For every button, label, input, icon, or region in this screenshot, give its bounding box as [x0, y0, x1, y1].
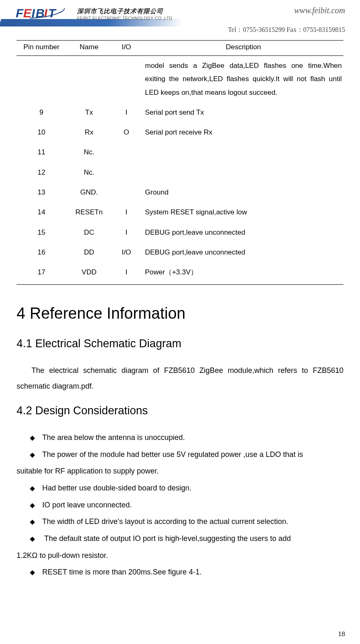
- cell-pin: 17: [17, 262, 66, 284]
- cell-io: [112, 183, 141, 202]
- cell-pin: 15: [17, 223, 66, 243]
- cell-pin: 9: [17, 103, 66, 123]
- table-header-row: Pin number Name I/O Description: [17, 41, 343, 56]
- company-url: www.feibit.com: [294, 6, 345, 15]
- cell-desc: System RESET signal,active low: [141, 202, 343, 222]
- cell-io: [112, 163, 141, 183]
- page-number: 18: [338, 630, 345, 638]
- cell-name: Nc.: [66, 142, 112, 162]
- cell-io: I: [112, 223, 141, 243]
- cell-desc: [141, 142, 343, 162]
- cell-name: GND.: [66, 183, 112, 202]
- cell-pin: 13: [17, 183, 66, 202]
- table-row: 14RESETnISystem RESET signal,active low: [17, 202, 343, 222]
- cell-desc: Serial port receive Rx: [141, 123, 343, 142]
- cell-io: O: [112, 123, 141, 142]
- cell-desc: Power（+3.3V）: [141, 262, 343, 284]
- th-io: I/O: [112, 41, 141, 56]
- cell-name: DC: [66, 223, 112, 243]
- cell-desc: DEBUG port,leave unconnected: [141, 223, 343, 243]
- th-name: Name: [66, 41, 112, 56]
- cell-pin: 10: [17, 123, 66, 142]
- table-row: model sends a ZigBee data,LED flashes on…: [17, 56, 343, 103]
- company-name-en: FEIBIT ELECTRONIC TECHNOLOGY CO.,LTD: [77, 16, 172, 21]
- cell-pin: 12: [17, 163, 66, 183]
- cell-pin: 11: [17, 142, 66, 162]
- section-4-1-heading: 4.1 Electrical Schematic Diagram: [17, 337, 343, 350]
- cell-pin: [17, 56, 66, 103]
- bullet-continuation: 1.2KΩ to pull-down resistor.: [17, 548, 343, 564]
- svg-text:F: F: [16, 6, 24, 20]
- th-pin: Pin number: [17, 41, 66, 56]
- svg-text:T: T: [48, 6, 57, 20]
- cell-name: RESETn: [66, 202, 112, 222]
- table-row: 11Nc.: [17, 142, 343, 162]
- cell-io: I: [112, 202, 141, 222]
- table-row: 10RxOSerial port receive Rx: [17, 123, 343, 142]
- cell-desc: model sends a ZigBee data,LED flashes on…: [141, 56, 343, 103]
- cell-desc: Serial port send Tx: [141, 103, 343, 123]
- section-4-2-heading: 4.2 Design Considerations: [17, 404, 343, 417]
- bullet-item: The default state of output IO port is h…: [17, 531, 343, 547]
- bullet-item: IO port leave unconnected.: [17, 497, 343, 513]
- page-content: Pin number Name I/O Description model se…: [0, 40, 360, 580]
- cell-name: [66, 56, 112, 103]
- bullet-continuation: suitable for RF application to supply po…: [17, 463, 343, 479]
- cell-name: Rx: [66, 123, 112, 142]
- pin-table: Pin number Name I/O Description model se…: [17, 40, 343, 285]
- cell-desc: Ground: [141, 183, 343, 202]
- table-row: 13GND.Ground: [17, 183, 343, 202]
- svg-text:I: I: [44, 6, 48, 20]
- cell-name: VDD: [66, 262, 112, 284]
- cell-desc: [141, 163, 343, 183]
- cell-name: Nc.: [66, 163, 112, 183]
- th-desc: Description: [141, 41, 343, 56]
- cell-io: [112, 142, 141, 162]
- feibit-logo-icon: F E I B I T: [16, 5, 74, 23]
- cell-name: Tx: [66, 103, 112, 123]
- table-row: 16DDI/ODEBUG port,leave unconnected: [17, 243, 343, 262]
- design-bullet-list: The area below the antenna is unoccupied…: [17, 430, 343, 580]
- bullet-item: The power of the module had better use 5…: [17, 447, 343, 463]
- cell-io: I/O: [112, 243, 141, 262]
- bullet-item: The area below the antenna is unoccupied…: [17, 430, 343, 446]
- section-4-1-body: The electrical schematic diagram of FZB5…: [17, 363, 343, 394]
- table-row: 15DCIDEBUG port,leave unconnected: [17, 223, 343, 243]
- bullet-item: RESET time is more than 200ms.See figure…: [17, 564, 343, 580]
- bullet-item: The width of LED drive's layout is accor…: [17, 514, 343, 530]
- cell-io: [112, 56, 141, 103]
- cell-name: DD: [66, 243, 112, 262]
- logo-block: F E I B I T 深圳市飞比电子技术有限公司 FEIBIT ELECTRO…: [16, 5, 172, 23]
- contact-info: Tel：0755-36515299 Fax：0755-83159815: [16, 26, 345, 34]
- company-name-cn: 深圳市飞比电子技术有限公司: [77, 7, 172, 15]
- table-row: 17VDDIPower（+3.3V）: [17, 262, 343, 284]
- cell-pin: 16: [17, 243, 66, 262]
- table-row: 12Nc.: [17, 163, 343, 183]
- page-header: F E I B I T 深圳市飞比电子技术有限公司 FEIBIT ELECTRO…: [0, 0, 360, 34]
- cell-pin: 14: [17, 202, 66, 222]
- table-row: 9TxISerial port send Tx: [17, 103, 343, 123]
- section-4-heading: 4 Reference Information: [17, 305, 343, 322]
- cell-io: I: [112, 262, 141, 284]
- bullet-item: Had better use double-sided board to des…: [17, 480, 343, 496]
- cell-io: I: [112, 103, 141, 123]
- cell-desc: DEBUG port,leave unconnected: [141, 243, 343, 262]
